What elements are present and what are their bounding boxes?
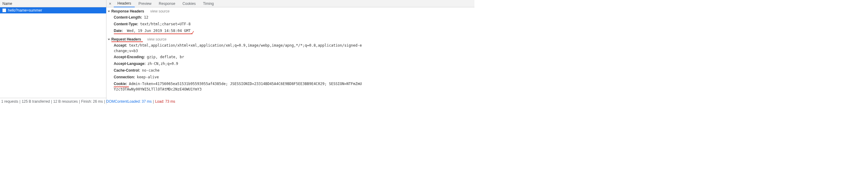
column-header-name[interactable]: Name (0, 0, 106, 7)
close-icon[interactable]: × (106, 0, 114, 7)
status-transferred: 125 B transferred (22, 99, 50, 104)
request-headers-title: Request Headers (111, 37, 141, 42)
tab-cookies[interactable]: Cookies (179, 0, 199, 7)
request-headers-section: Request Headers view source Accept: text… (106, 35, 474, 93)
caret-down-icon (108, 39, 110, 40)
header-key: Connection: (114, 74, 135, 80)
header-key: Accept-Language: (114, 61, 146, 66)
request-headers-toggle[interactable]: Request Headers view source (106, 36, 474, 42)
request-name: hello?name=summer (8, 8, 42, 12)
status-finish-value: 26 ms (93, 99, 103, 104)
headers-detail-body: Response Headers view source Content-Len… (106, 7, 474, 105)
header-content-length: Content-Length: 12 (106, 14, 474, 21)
header-key: Content-Type: (114, 21, 138, 27)
response-headers-section: Response Headers view source Content-Len… (106, 7, 474, 35)
response-headers-toggle[interactable]: Response Headers view source (106, 8, 474, 14)
header-value: text/html,application/xhtml+xml,applicat… (129, 43, 362, 48)
header-value: Wed, 19 Jun 2019 14:58:04 GMT (127, 29, 191, 33)
view-source-link[interactable]: view source (147, 37, 166, 42)
tab-headers[interactable]: Headers (114, 0, 135, 7)
header-value: gzip, deflate, br (147, 54, 184, 60)
view-source-link[interactable]: view source (150, 9, 169, 13)
header-accept: Accept: text/html,application/xhtml+xml,… (106, 42, 474, 49)
request-detail-panel: × Headers Preview Response Cookies Timin… (106, 0, 474, 105)
caret-down-icon (108, 11, 110, 12)
request-list: hello?name=summer (0, 7, 106, 98)
tab-preview[interactable]: Preview (135, 0, 155, 7)
header-key: Content-Length: (114, 15, 142, 20)
request-row-selected[interactable]: hello?name=summer (0, 7, 106, 13)
header-key: Cache-Control: (114, 68, 140, 73)
response-headers-title: Response Headers (111, 9, 144, 13)
header-cookie-continuation: YzctOTAwNy00YWI5LTllOTAtMDc2NzE4OWU1YmY3 (106, 87, 474, 92)
header-date: Date: Wed, 19 Jun 2019 14:58:04 GMT (106, 27, 474, 34)
status-finish-label: Finish: (81, 99, 92, 104)
header-key: Accept-Encoding: (114, 54, 145, 60)
header-connection: Connection: keep-alive (106, 74, 474, 80)
header-accept-continuation: change;v=b3 (106, 49, 474, 54)
header-accept-encoding: Accept-Encoding: gzip, deflate, br (106, 54, 474, 60)
detail-tab-bar: × Headers Preview Response Cookies Timin… (106, 0, 474, 7)
header-value: 12 (144, 15, 148, 20)
header-accept-language: Accept-Language: zh-CN,zh;q=0.9 (106, 60, 474, 67)
header-value: no-cache (142, 68, 160, 73)
header-cache-control: Cache-Control: no-cache (106, 67, 474, 74)
status-resources: 12 B resources (53, 99, 78, 104)
header-key: Accept: (114, 43, 127, 48)
network-request-list-panel: Name hello?name=summer 1 requests | 125 … (0, 0, 106, 105)
header-value: keep-alive (137, 74, 159, 80)
header-key: Date: (114, 29, 123, 33)
file-icon (2, 8, 6, 12)
network-status-bar: 1 requests | 125 B transferred | 12 B re… (0, 98, 106, 105)
header-cookie: Cookie: Admin-Token=41756065ea51531b9559… (106, 80, 474, 87)
tab-response[interactable]: Response (155, 0, 179, 7)
header-content-type: Content-Type: text/html;charset=UTF-8 (106, 21, 474, 27)
status-requests: 1 requests (1, 99, 18, 104)
header-value: text/html;charset=UTF-8 (140, 21, 190, 27)
tab-timing[interactable]: Timing (199, 0, 217, 7)
header-key: Cookie: (114, 81, 127, 87)
header-value: zh-CN,zh;q=0.9 (148, 61, 178, 66)
header-value: Admin-Token=41756065ea51531b95593055af43… (129, 81, 362, 87)
